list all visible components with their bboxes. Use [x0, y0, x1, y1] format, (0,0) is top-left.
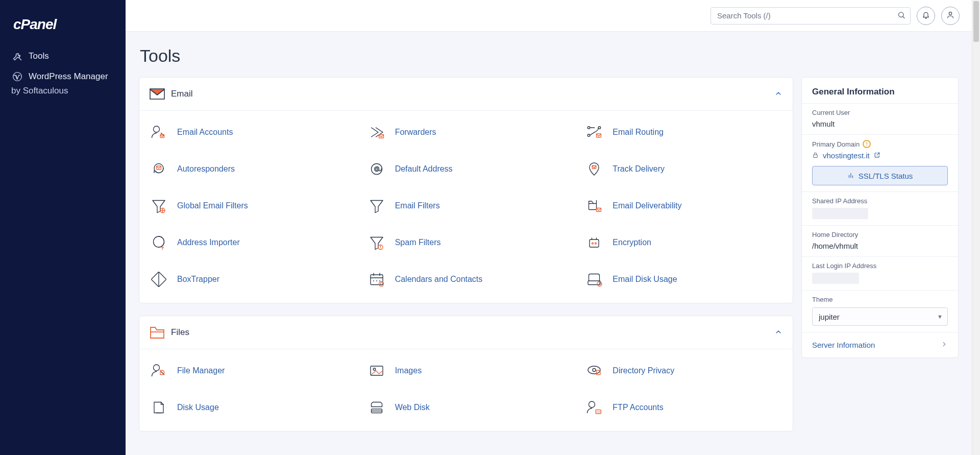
svg-point-10: [588, 127, 591, 129]
address-importer-icon: [149, 232, 169, 253]
encryption-icon: [584, 232, 604, 253]
tool-item-email-routing[interactable]: Email Routing: [577, 114, 791, 151]
email-accounts-icon: [149, 122, 169, 142]
search-container: [710, 7, 911, 25]
tool-item-spam-filters[interactable]: Spam Filters: [359, 224, 573, 261]
tools-icon: [12, 51, 22, 61]
page-scrollbar[interactable]: [972, 0, 980, 455]
sidebar-item-label: Tools: [29, 51, 49, 61]
tool-label: Disk Usage: [177, 403, 219, 412]
info-label: Last Login IP Address: [812, 262, 948, 270]
info-value: vhmult: [812, 119, 948, 128]
warning-icon: !: [863, 140, 871, 148]
brand-name: cPanel: [13, 16, 56, 32]
tool-label: Email Filters: [395, 201, 440, 210]
svg-point-47: [154, 365, 160, 371]
tool-item-email-accounts[interactable]: Email Accounts: [141, 114, 355, 151]
tool-item-web-disk[interactable]: Web Disk: [359, 389, 573, 426]
tool-item-ftp-accounts[interactable]: FTPFTP Accounts: [577, 389, 791, 426]
tool-item-forwarders[interactable]: Forwarders: [359, 114, 573, 151]
svg-rect-29: [590, 240, 599, 247]
tool-item-encryption[interactable]: Encryption: [577, 224, 791, 261]
server-information-link[interactable]: Server Information: [802, 332, 958, 357]
redacted-value: [812, 273, 859, 284]
tool-label: FTP Accounts: [612, 403, 663, 412]
panel-header-email[interactable]: Email: [139, 78, 793, 111]
tool-label: Images: [395, 366, 422, 375]
default-address-icon: [366, 159, 387, 179]
wordpress-icon: [12, 71, 22, 82]
tool-item-images[interactable]: Images: [359, 352, 573, 389]
primary-domain-link[interactable]: vhostingtest.it: [823, 151, 870, 160]
info-value: /home/vhmult: [812, 242, 948, 250]
email-routing-icon: [584, 122, 604, 142]
svg-point-41: [376, 280, 377, 281]
tool-item-email-disk-usage[interactable]: Email Disk Usage: [577, 261, 791, 298]
svg-point-17: [375, 168, 378, 171]
chart-icon: [847, 172, 854, 180]
external-link-icon[interactable]: [874, 151, 880, 160]
info-row-shared-ip: Shared IP Address: [802, 192, 958, 226]
tool-item-boxtrapper[interactable]: BoxTrapper: [141, 261, 355, 298]
tool-label: Email Disk Usage: [612, 275, 677, 284]
svg-point-11: [599, 127, 601, 129]
tool-item-autoresponders[interactable]: Autoresponders: [141, 151, 355, 187]
email-filters-icon: [366, 196, 387, 216]
tool-label: Email Deliverability: [612, 201, 681, 210]
disk-usage-icon: [149, 397, 169, 418]
redacted-value: [812, 208, 868, 219]
tool-item-email-deliverability[interactable]: Email Deliverability: [577, 187, 791, 224]
ssl-status-button[interactable]: SSL/TLS Status: [812, 166, 948, 185]
web-disk-icon: [366, 397, 387, 418]
notifications-button[interactable]: [917, 7, 935, 25]
tool-label: Directory Privacy: [612, 366, 674, 375]
tool-item-disk-usage[interactable]: Disk Usage: [141, 389, 355, 426]
sidebar-item-tools[interactable]: Tools: [10, 46, 115, 66]
tool-item-default-address[interactable]: Default Address: [359, 151, 573, 187]
tool-item-track-delivery[interactable]: Track Delivery: [577, 151, 791, 187]
panel-title: Email: [171, 89, 768, 99]
account-button[interactable]: [941, 7, 960, 25]
tool-item-file-manager[interactable]: File Manager: [141, 352, 355, 389]
svg-point-55: [589, 401, 595, 408]
tool-label: Spam Filters: [395, 238, 441, 247]
tool-grid-email: Email AccountsForwardersEmail RoutingAut…: [139, 111, 793, 303]
search-icon: [897, 11, 905, 20]
svg-point-40: [373, 280, 374, 281]
bell-icon: [922, 11, 930, 20]
chevron-up-icon: [774, 328, 782, 338]
tool-label: Global Email Filters: [177, 201, 248, 210]
general-info-card: General Information Current User vhmult …: [801, 77, 959, 358]
calendars-and-contacts-icon: [366, 269, 387, 290]
sidebar-item-wordpress[interactable]: WordPress Manager: [10, 66, 115, 87]
svg-point-1: [13, 73, 22, 81]
svg-line-3: [903, 16, 904, 18]
info-row-current-user: Current User vhmult: [802, 104, 958, 135]
tool-label: Track Delivery: [612, 164, 665, 174]
tool-item-global-email-filters[interactable]: Global Email Filters: [141, 187, 355, 224]
svg-point-4: [949, 12, 951, 15]
info-row-home-dir: Home Directory /home/vhmult: [802, 226, 958, 257]
tool-label: Forwarders: [395, 128, 436, 137]
svg-point-42: [379, 280, 380, 281]
tool-label: Calendars and Contacts: [395, 275, 483, 284]
tool-item-email-filters[interactable]: Email Filters: [359, 187, 573, 224]
page-title: Tools: [140, 46, 959, 66]
spam-filters-icon: [366, 232, 387, 253]
tool-item-directory-privacy[interactable]: Directory Privacy: [577, 352, 791, 389]
info-label: Primary Domain !: [812, 140, 948, 148]
panel-header-files[interactable]: Files: [139, 316, 793, 349]
tool-label: Email Routing: [612, 128, 664, 137]
info-label: Shared IP Address: [812, 197, 948, 205]
tool-item-address-importer[interactable]: Address Importer: [141, 224, 355, 261]
ftp-accounts-icon: FTP: [584, 397, 604, 418]
svg-text:FTP: FTP: [597, 411, 601, 414]
search-input[interactable]: [710, 7, 911, 25]
theme-select[interactable]: jupiter: [812, 307, 948, 326]
tool-label: BoxTrapper: [177, 275, 219, 284]
tool-item-calendars-and-contacts[interactable]: Calendars and Contacts: [359, 261, 573, 298]
sidebar-item-sublabel: by Softaculous: [10, 85, 115, 97]
tool-label: Address Importer: [177, 238, 240, 247]
tool-label: Encryption: [612, 238, 651, 247]
chevron-up-icon: [774, 89, 782, 99]
